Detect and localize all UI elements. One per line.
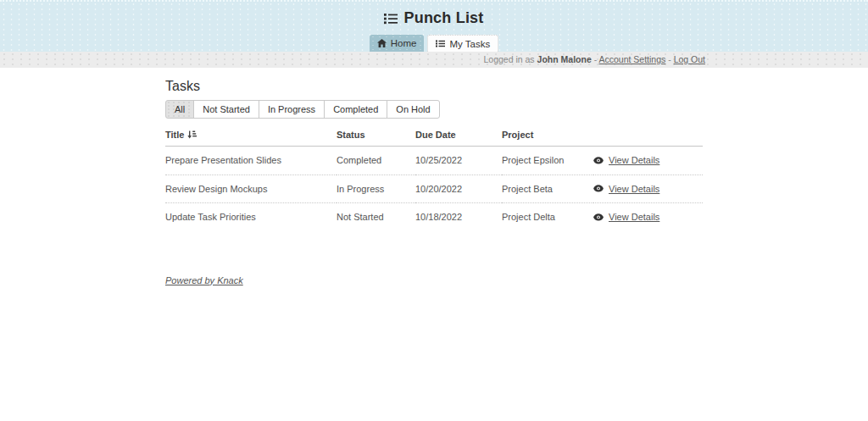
app-title-row: Punch List — [0, 2, 868, 27]
eye-icon — [593, 213, 604, 221]
home-icon — [377, 39, 387, 47]
page-title: Tasks — [165, 79, 703, 94]
separator: - — [668, 54, 671, 64]
cell-due-date: 10/25/2022 — [415, 147, 502, 175]
cell-due-date: 10/20/2022 — [415, 174, 502, 203]
table-row: Review Design Mockups In Progress 10/20/… — [165, 174, 703, 203]
tasks-table: Title S — [165, 123, 703, 231]
user-bar: Logged in as John Malone - Account Setti… — [0, 52, 868, 68]
filter-on-hold[interactable]: On Hold — [387, 100, 439, 119]
column-header-due-date[interactable]: Due Date — [415, 123, 502, 147]
column-header-actions — [593, 123, 703, 147]
table-header-row: Title S — [165, 123, 703, 147]
column-header-status[interactable]: Status — [337, 123, 415, 147]
cell-project: Project Epsilon — [502, 147, 593, 175]
tab-bar: Home My Tasks — [0, 35, 868, 52]
tab-my-tasks-label: My Tasks — [449, 39, 490, 49]
cell-title: Prepare Presentation Slides — [165, 147, 337, 175]
view-details-label: View Details — [609, 212, 659, 222]
separator: - — [594, 54, 598, 64]
filter-completed[interactable]: Completed — [324, 100, 387, 119]
list-icon — [384, 13, 398, 25]
view-details-link[interactable]: View Details — [593, 212, 659, 222]
cell-status: In Progress — [337, 174, 415, 203]
cell-project: Project Delta — [502, 203, 593, 231]
view-details-link[interactable]: View Details — [593, 155, 659, 165]
cell-project: Project Beta — [502, 174, 593, 203]
logged-in-prefix: Logged in as — [483, 54, 534, 64]
cell-title: Update Task Priorities — [165, 203, 337, 231]
filter-not-started[interactable]: Not Started — [193, 100, 259, 119]
view-details-label: View Details — [609, 184, 659, 194]
eye-icon — [593, 157, 604, 164]
table-row: Prepare Presentation Slides Completed 10… — [165, 147, 703, 175]
log-out-link[interactable]: Log Out — [674, 54, 705, 64]
sort-icon — [187, 130, 197, 139]
column-header-project[interactable]: Project — [502, 123, 593, 147]
page: Punch List Home — [0, 0, 868, 287]
tab-my-tasks[interactable]: My Tasks — [427, 35, 498, 52]
column-header-title[interactable]: Title — [165, 123, 337, 147]
cell-title: Review Design Mockups — [165, 174, 337, 203]
tab-home[interactable]: Home — [370, 35, 425, 52]
tab-home-label: Home — [391, 38, 417, 48]
main-content: Tasks All Not Started In Progress Comple… — [165, 79, 703, 287]
filter-all[interactable]: All — [165, 100, 194, 119]
username: John Malone — [537, 54, 592, 64]
app-title: Punch List — [403, 9, 483, 27]
user-bar-text: Logged in as John Malone - Account Setti… — [163, 52, 705, 68]
view-details-link[interactable]: View Details — [593, 184, 659, 194]
view-details-label: View Details — [609, 155, 659, 165]
cell-status: Completed — [337, 147, 415, 175]
app-header: Punch List Home — [0, 0, 868, 52]
account-settings-link[interactable]: Account Settings — [598, 54, 665, 64]
powered-by-link[interactable]: Powered by Knack — [165, 275, 243, 285]
cell-due-date: 10/18/2022 — [415, 203, 502, 231]
cell-status: Not Started — [337, 203, 415, 231]
eye-icon — [593, 185, 604, 192]
filter-group: All Not Started In Progress Completed On… — [165, 100, 440, 119]
list-icon — [436, 40, 445, 47]
table-row: Update Task Priorities Not Started 10/18… — [165, 203, 703, 231]
filter-in-progress[interactable]: In Progress — [259, 100, 325, 119]
